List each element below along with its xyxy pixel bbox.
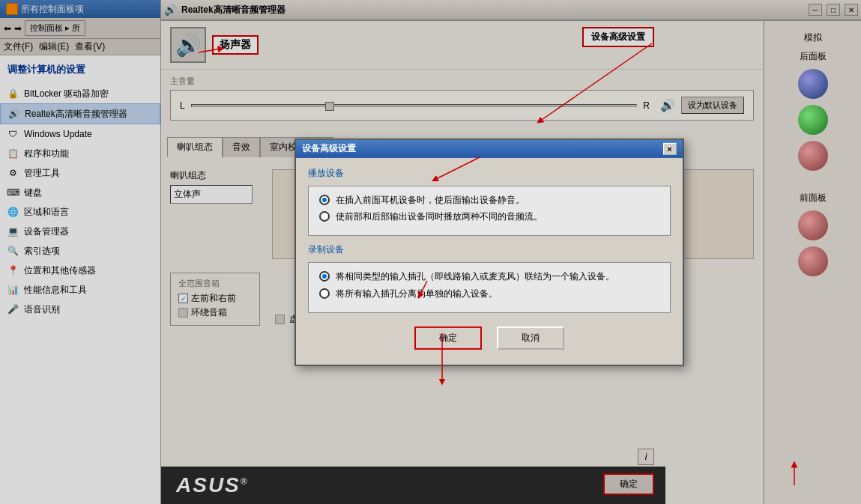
modal-buttons: 确定 取消: [308, 321, 671, 356]
modal-confirm-button[interactable]: 确定: [414, 327, 482, 350]
modal-body: 播放设备 在插入前面耳机设备时，使后面输出设备静音。 使前部和后部输出设备同时播…: [296, 157, 683, 364]
record-section-title: 录制设备: [308, 243, 671, 256]
record-option-1-text: 将相同类型的输入插孔（即线路输入或麦克风）联结为一个输入设备。: [336, 270, 614, 283]
device-advanced-modal: 设备高级设置 × 播放设备 在插入前面耳机设备时，使后面输出设备静音。 使前部和…: [294, 138, 684, 365]
modal-cancel-button[interactable]: 取消: [497, 327, 564, 350]
record-option-2-row: 将所有输入插孔分离为单独的输入设备。: [319, 288, 659, 300]
record-option-2-text: 将所有输入插孔分离为单独的输入设备。: [336, 288, 498, 300]
modal-title-bar: 设备高级设置 ×: [296, 139, 683, 157]
playback-option-2-text: 使前部和后部输出设备同时播放两种不同的音频流。: [336, 210, 543, 223]
modal-overlay: 设备高级设置 × 播放设备 在插入前面耳机设备时，使后面输出设备静音。 使前部和…: [0, 0, 861, 504]
playback-option-1-row: 在插入前面耳机设备时，使后面输出设备静音。: [319, 193, 659, 206]
playback-section-box: 在插入前面耳机设备时，使后面输出设备静音。 使前部和后部输出设备同时播放两种不同…: [308, 185, 671, 236]
modal-close-button[interactable]: ×: [663, 142, 677, 154]
record-radio-1[interactable]: [319, 271, 330, 282]
record-radio-2[interactable]: [319, 288, 330, 299]
record-option-1-row: 将相同类型的输入插孔（即线路输入或麦克风）联结为一个输入设备。: [319, 270, 659, 283]
playback-option-1-text: 在插入前面耳机设备时，使后面输出设备静音。: [336, 193, 525, 206]
record-section-box: 将相同类型的输入插孔（即线路输入或麦克风）联结为一个输入设备。 将所有输入插孔分…: [308, 262, 671, 313]
playback-section-title: 播放设备: [308, 166, 671, 179]
modal-title-text: 设备高级设置: [302, 142, 356, 155]
playback-option-2-row: 使前部和后部输出设备同时播放两种不同的音频流。: [319, 210, 659, 223]
playback-radio-2[interactable]: [319, 211, 330, 222]
playback-radio-1[interactable]: [319, 194, 330, 204]
